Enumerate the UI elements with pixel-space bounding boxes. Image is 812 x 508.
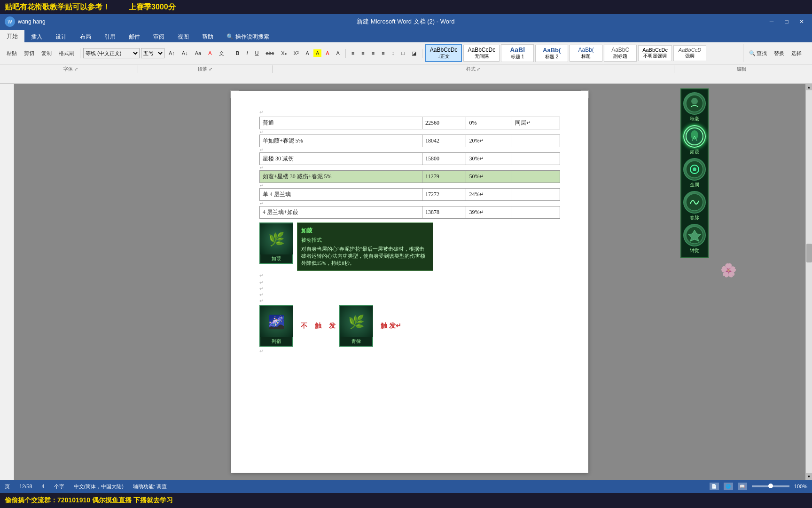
style-heading2[interactable]: AaBb( 标题 2 (535, 45, 568, 62)
doc-status-bar: 页 12/58 4 个字 中文(简体，中国大陆) 辅助功能: 调查 📄 🌐 📖 … (0, 480, 812, 493)
zoom-slider[interactable] (752, 485, 789, 487)
justify-button[interactable]: ≡ (379, 49, 387, 57)
item-jinzhu[interactable]: 金属 (682, 158, 707, 188)
ribbon-tabs: 开始 插入 设计 布局 引用 邮件 审阅 视图 帮助 🔍 操作说明搜索 (0, 29, 812, 42)
language-label: 中文(简体，中国大陆) (74, 483, 124, 490)
tab-design[interactable]: 设计 (49, 31, 73, 42)
table-cell: 39%↵ (466, 206, 512, 219)
tab-layout[interactable]: 布局 (73, 31, 98, 42)
font-size-select[interactable]: 五号 (141, 48, 164, 58)
read-view-button[interactable]: 📖 (738, 483, 747, 490)
text-effect-button[interactable]: A (303, 49, 312, 57)
underline-button[interactable]: U (252, 49, 262, 57)
find-button[interactable]: 🔍 查找 (746, 48, 770, 58)
scroll-thumb[interactable] (806, 244, 812, 262)
tab-search[interactable]: 🔍 操作说明搜索 (220, 31, 276, 42)
scroll-up-button[interactable]: ▲ (806, 84, 812, 90)
tab-view[interactable]: 视图 (171, 31, 195, 42)
print-view-button[interactable]: 📄 (710, 483, 719, 490)
italic-button[interactable]: I (243, 49, 250, 57)
close-button[interactable]: ✕ (796, 16, 807, 27)
tab-help[interactable]: 帮助 (195, 31, 220, 42)
style-heading1[interactable]: AaBl 标题 1 (501, 44, 534, 62)
char-row: 🌌 列宿 不 触 发 🌿 青律 触 发↵ (259, 305, 560, 347)
table-cell: 20%↵ (466, 135, 512, 147)
line-spacing-button[interactable]: ↕ (389, 49, 398, 57)
word-page: ↵ 普通 22560 0% 同层↵ ↵ 单如葭+春泥 5% 18042 (231, 91, 588, 473)
align-center-button[interactable]: ≡ (359, 49, 367, 57)
para-return-top: ↵ (259, 110, 560, 115)
scroll-down-button[interactable]: ▼ (806, 473, 812, 480)
table-row: 普通 22560 0% 同层↵ (260, 117, 560, 129)
top-banner: 贴吧有花衔歌教学贴可以参考！ 上赛季3000分 (0, 0, 812, 14)
font-family-select[interactable]: 等线 (中文正文) (83, 48, 140, 58)
border-button[interactable]: □ (398, 49, 407, 57)
style-emphasis[interactable]: AaBbCcD 强调 (673, 45, 706, 61)
tab-references[interactable]: 引用 (98, 31, 122, 42)
superscript-button[interactable]: X² (291, 49, 302, 57)
char-shaping-button[interactable]: 文 (216, 48, 227, 58)
decrease-font-button[interactable]: A↓ (179, 49, 191, 57)
styles-group: AaBbCcDc ↓正文 AaBbCcDc 无间隔 AaBl 标题 1 AaBb… (425, 44, 743, 62)
subscript-button[interactable]: X₂ (278, 49, 289, 58)
style-normal[interactable]: AaBbCcDc ↓正文 (425, 44, 462, 62)
replace-button[interactable]: 替换 (771, 48, 787, 58)
table-cell (512, 135, 560, 147)
paste-button[interactable]: 粘贴 (4, 48, 20, 58)
increase-font-button[interactable]: A↑ (166, 49, 178, 57)
table-row: 单 4 层兰璃 17272 24%↵ (260, 189, 560, 201)
ruhe-char-label: 如葭 (260, 254, 292, 263)
table-spacer: ↵ (260, 129, 560, 135)
char-border-button[interactable]: A (334, 49, 343, 57)
scroll-track (806, 90, 812, 473)
ribbon-row1: 粘贴 剪切 复制 格式刷 等线 (中文正文) 五号 A↑ A↓ Aa A 文 B… (0, 42, 812, 64)
text-decoration-group: B I U abc X₂ X² A A A A (233, 49, 346, 58)
para-return: ↵ (259, 280, 560, 285)
item-qiuhao[interactable]: 秋毫 (682, 92, 707, 122)
page-number: 12/58 (19, 484, 32, 489)
tab-insert[interactable]: 插入 (24, 31, 49, 42)
liezhu-char-label: 列宿 (260, 337, 292, 346)
font-section-label: 字体 ⤢ (4, 65, 138, 73)
clear-format-button[interactable]: A (205, 49, 214, 57)
tab-home[interactable]: 开始 (0, 30, 24, 42)
scrollbar[interactable]: ▲ ▼ (805, 84, 812, 480)
tooltip-desc: 对自身当层的心"春泥护花"最后一层被击破时，根据击破者运转的心法内功类型，使自身… (301, 246, 429, 267)
item-chunmai[interactable]: 春脉 (682, 191, 707, 221)
cut-button[interactable]: 剪切 (21, 48, 37, 58)
deco-element: 🌸 (720, 262, 737, 278)
table-cell: 单如葭+春泥 5% (260, 135, 422, 147)
minimize-button[interactable]: ─ (766, 16, 777, 27)
style-subtitle[interactable]: AaBbC 副标题 (604, 45, 637, 62)
select-button[interactable]: 选择 (789, 48, 804, 58)
table-row-highlighted: 如葭+星楼 30 减伤+春泥 5% 11279 50%↵ (260, 171, 560, 183)
font-case-button[interactable]: Aa (192, 49, 204, 57)
chunmai-icon (683, 191, 706, 214)
text-highlight-button[interactable]: A (313, 49, 321, 57)
tab-review[interactable]: 审阅 (147, 31, 171, 42)
style-subtle-emphasis[interactable]: AaBbCcDc 不明显强调 (638, 45, 672, 61)
left-ruler (0, 84, 14, 480)
copy-button[interactable]: 复制 (39, 48, 55, 58)
style-heading[interactable]: AaBb( 标题 (570, 45, 602, 62)
doc-scroll-area[interactable]: ↵ 普通 22560 0% 同层↵ ↵ 单如葭+春泥 5% 18042 (14, 84, 805, 480)
username: wang hang (18, 18, 46, 25)
tab-mailings[interactable]: 邮件 (122, 31, 147, 42)
align-left-button[interactable]: ≡ (349, 49, 357, 57)
qiuhao-icon (683, 92, 706, 115)
corner-tl (230, 90, 239, 98)
font-color-button[interactable]: A (323, 49, 332, 57)
style-no-spacing[interactable]: AaBbCcDc 无间隔 (463, 45, 500, 62)
table-cell (512, 189, 560, 201)
shading-button[interactable]: ◪ (409, 49, 419, 58)
item-zhongjue[interactable]: 钟觉 (682, 224, 707, 254)
item-ruhe-panel[interactable]: 如葭 (682, 125, 707, 155)
format-painter-button[interactable]: 格式刷 (56, 48, 77, 58)
banner-text2: 上赛季3000分 (129, 2, 176, 12)
web-view-button[interactable]: 🌐 (724, 483, 733, 490)
restore-button[interactable]: □ (781, 16, 792, 27)
bold-button[interactable]: B (233, 49, 242, 57)
strikethrough-button[interactable]: abc (263, 49, 277, 57)
align-right-button[interactable]: ≡ (369, 49, 377, 57)
zoom-level: 100% (794, 484, 807, 489)
